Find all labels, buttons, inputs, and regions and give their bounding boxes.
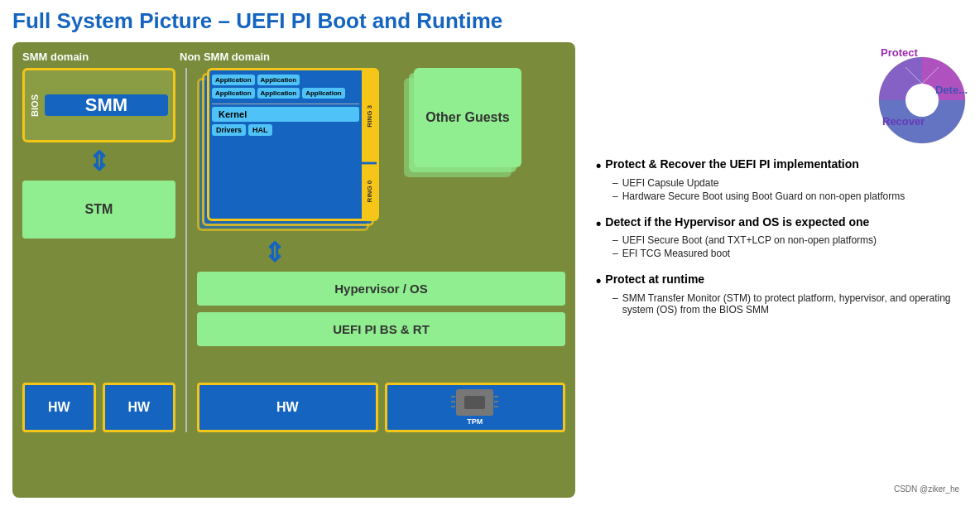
uefi-box: UEFI PI BS & RT	[197, 312, 565, 346]
smm-box: SMM	[45, 94, 168, 116]
detect-label: Dete...	[935, 84, 968, 96]
hw-box-3: HW	[197, 383, 378, 432]
bullet-dot-2: •	[596, 215, 601, 234]
hypervisor-box: Hypervisor / OS	[197, 272, 565, 306]
tpm-pin-4	[494, 396, 498, 398]
bullet-main-3: • Protect at runtime	[596, 272, 968, 291]
bullet-sub-2-1: – UEFI Secure Boot (and TXT+LCP on non-o…	[596, 234, 968, 246]
tpm-chip-inner	[464, 396, 485, 409]
protect-label: Protect	[881, 46, 918, 59]
bullet-group-2: • Detect if the Hypervisor and OS is exp…	[596, 212, 968, 260]
tpm-chip-visual	[456, 389, 493, 416]
tpm-pin-5	[494, 401, 498, 402]
diagram-area: SMM domain Non SMM domain BIOS SMM	[12, 42, 575, 498]
drivers-hal-row: Drivers HAL	[212, 124, 359, 136]
vm-card-front: Application Application Application Appl…	[207, 68, 379, 221]
tpm-label: TPM	[467, 417, 483, 426]
tpm-pin-6	[494, 406, 498, 407]
bullets-area: Protect Recover Dete... • Protect & Reco…	[592, 42, 968, 498]
smm-domain-label: SMM domain	[22, 51, 180, 63]
hal-box: HAL	[248, 124, 272, 136]
content-row: SMM domain Non SMM domain BIOS SMM	[12, 42, 968, 498]
hw-box-2: HW	[103, 383, 176, 432]
diagram-main: BIOS SMM ⇕ STM	[22, 68, 565, 432]
app-box-4: Application	[257, 88, 300, 99]
bullet-sub-1-2: – Hardware Secure Boot using Boot Guard …	[596, 190, 968, 202]
non-smm-domain-label: Non SMM domain	[180, 51, 565, 63]
bullet-group-3: • Protect at runtime – SMM Transfer Moni…	[596, 269, 968, 316]
smm-up-arrow-icon: ⇕	[88, 146, 110, 177]
vm-and-guests-row: Application Application Application Appl…	[197, 68, 565, 234]
stm-box: STM	[22, 181, 175, 239]
kernel-box: Kernel	[212, 107, 359, 122]
ring-labels: RING 3 RING 0	[362, 70, 377, 219]
other-guests-container: Other Guests	[404, 68, 524, 225]
app-row-2: Application Application Application	[212, 88, 359, 99]
watermark: CSDN @ziker_he	[894, 484, 959, 494]
bullet-group-1: • Protect & Recover the UEFI PI implemen…	[596, 154, 968, 202]
app-box-1: Application	[212, 75, 255, 85]
ring-separator	[212, 104, 359, 104]
bullet-dot-3: •	[596, 272, 601, 291]
app-box-3: Application	[212, 88, 255, 99]
bios-smm-box: BIOS SMM	[22, 68, 175, 142]
app-box-2: Application	[257, 75, 300, 85]
bullet-sub-2-2: – EFI TCG Measured boot	[596, 248, 968, 259]
ring0-label: RING 0	[362, 164, 377, 219]
smm-spacer	[22, 245, 175, 376]
nonsmm-arrow-icon: ⇕	[263, 237, 286, 268]
circle-inner	[906, 84, 939, 117]
hw-tpm-box: TPM	[385, 383, 566, 432]
tpm-pin-2	[451, 401, 455, 402]
circle-diagram-area: Protect Recover Dete...	[814, 42, 968, 146]
guest-card-front: Other Guests	[414, 68, 521, 167]
other-guests-text: Other Guests	[425, 110, 509, 125]
bullet-main-1: • Protect & Recover the UEFI PI implemen…	[596, 157, 968, 176]
bullet-sub-1-1: – UEFI Capsule Update	[596, 177, 968, 189]
smm-divider	[185, 68, 187, 432]
bullet-main-2: • Detect if the Hypervisor and OS is exp…	[596, 215, 968, 234]
nonsmm-arrow-area: ⇕	[197, 240, 565, 265]
bullet-sub-3-1: – SMM Transfer Monitor (STM) to protect …	[596, 292, 968, 316]
nonsmm-spacer	[197, 353, 565, 376]
tpm-pin-1	[451, 396, 455, 398]
smm-arrow-area: ⇕	[22, 149, 175, 174]
nonsmm-column: Application Application Application Appl…	[197, 68, 565, 432]
hw-box-1: HW	[22, 383, 96, 432]
vm-stack-container: Application Application Application Appl…	[197, 68, 387, 234]
page-container: Full System Picture – UEFI PI Boot and R…	[0, 0, 980, 506]
ring3-label: RING 3	[362, 70, 377, 162]
app-box-5: Application	[302, 88, 345, 99]
tpm-pin-3	[451, 406, 455, 407]
vm-content: Application Application Application Appl…	[209, 70, 362, 219]
hw-row-smm: HW HW	[22, 383, 175, 432]
smm-column: BIOS SMM ⇕ STM	[22, 68, 175, 432]
recover-label: Recover	[882, 115, 925, 128]
domain-labels: SMM domain Non SMM domain	[22, 51, 565, 63]
page-title: Full System Picture – UEFI PI Boot and R…	[12, 8, 968, 34]
hw-row-nonsmm: HW	[197, 383, 565, 432]
bios-label: BIOS	[30, 94, 40, 117]
bullet-dot-1: •	[596, 157, 601, 176]
app-row-1: Application Application	[212, 75, 359, 85]
drivers-box: Drivers	[212, 124, 246, 136]
